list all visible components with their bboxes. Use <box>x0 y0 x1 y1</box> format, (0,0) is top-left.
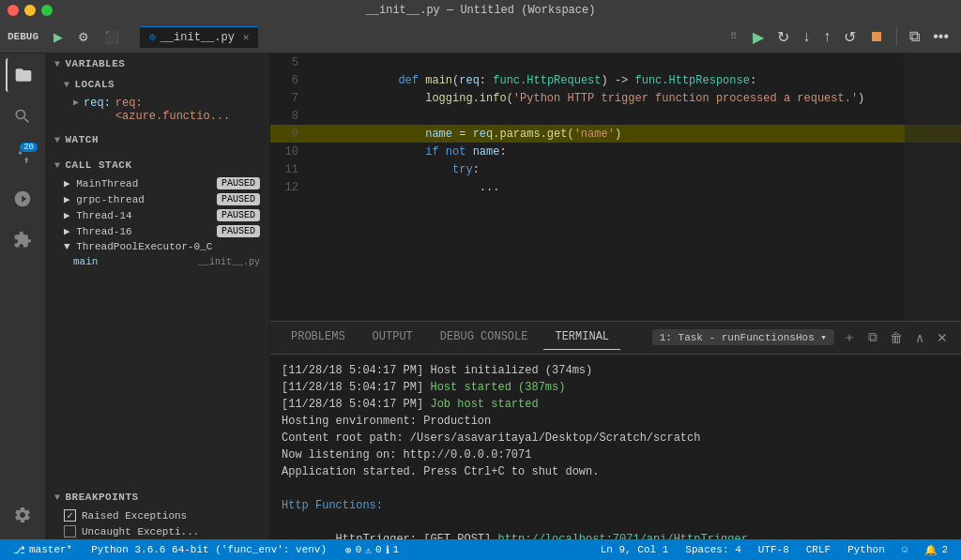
toolbar-separator <box>896 27 897 46</box>
terminal-line-5: Content root path: /Users/asavaritayal/D… <box>282 430 950 446</box>
python-interpreter[interactable]: Python 3.6.6 64-bit ('func_env': venv) <box>87 544 330 555</box>
stack-item-mainthread[interactable]: ▶ MainThread PAUSED <box>45 175 269 191</box>
source-control-badge: 20 <box>20 143 38 152</box>
panel-actions: 1: Task - runFunctionsHos ▾ ＋ ⧉ 🗑 ∧ ✕ <box>652 327 952 348</box>
search-icon[interactable] <box>6 99 39 133</box>
call-stack-header[interactable]: ▼ CALL STACK <box>45 155 269 175</box>
minimap <box>905 53 961 321</box>
terminal-line-3: [11/28/18 5:04:17 PM] Job host started <box>282 396 950 413</box>
traffic-lights <box>8 5 53 16</box>
language-label: Python <box>847 544 885 555</box>
activity-bottom <box>6 498 39 539</box>
title-bar: __init__.py — Untitled (Workspace) <box>0 0 961 21</box>
code-editor[interactable]: 5 6 def main(req: func.HttpRequest) -> f… <box>270 53 961 321</box>
close-panel-button[interactable]: ✕ <box>933 328 952 347</box>
settings-gear-icon[interactable] <box>6 498 39 532</box>
var-name: req: <box>84 97 111 123</box>
breakpoints-header[interactable]: ▼ BREAKPOINTS <box>45 487 269 507</box>
step-into-button[interactable]: ↓ <box>798 26 815 47</box>
terminal-line-1: [11/28/18 5:04:17 PM] Host initialized (… <box>282 362 950 379</box>
close-button[interactable] <box>8 5 19 16</box>
file-tab[interactable]: ⚙ __init__.py ✕ <box>140 26 258 48</box>
errors-label: 0 <box>356 544 362 555</box>
breakpoints-section: ▼ BREAKPOINTS ✓ Raised Exceptions Uncaug… <box>45 487 269 539</box>
req-variable[interactable]: ▶ req: req: <azure.functio... <box>45 95 269 125</box>
notification-icon: 🔔 <box>924 544 938 556</box>
locals-arrow: ▼ <box>64 80 70 90</box>
stack-item-main[interactable]: main __init__.py <box>45 254 269 269</box>
bp-uncaught-exceptions[interactable]: Uncaught Excepti... <box>45 523 269 539</box>
stack-item-thread16[interactable]: ▶ Thread-16 PAUSED <box>45 223 269 239</box>
call-stack-section: ▼ CALL STACK ▶ MainThread PAUSED ▶ grpc-… <box>45 155 269 482</box>
raised-exceptions-checkbox[interactable]: ✓ <box>64 509 76 522</box>
play-button[interactable]: ▶ <box>50 28 67 46</box>
file-icon: ⚙ <box>149 31 156 43</box>
variables-header[interactable]: ▼ VARIABLES <box>45 53 269 74</box>
uncaught-exceptions-checkbox[interactable] <box>64 525 76 537</box>
git-branch[interactable]: ⎇ master* <box>9 544 76 556</box>
language-mode[interactable]: Python <box>844 544 889 555</box>
tab-close-button[interactable]: ✕ <box>243 31 250 43</box>
extensions-icon[interactable] <box>6 223 39 257</box>
split-terminal-button[interactable]: ⧉ <box>864 327 881 347</box>
watch-section: ▼ WATCH <box>45 129 269 150</box>
continue-button[interactable]: ▶ <box>748 26 769 48</box>
tab-terminal[interactable]: TERMINAL <box>543 325 620 350</box>
terminal-selector[interactable]: 1: Task - runFunctionsHos ▾ <box>652 329 834 345</box>
cursor-position[interactable]: Ln 9, Col 1 <box>597 544 673 555</box>
split-editor-button[interactable]: ⧉ <box>905 26 924 47</box>
bp-raised-exceptions[interactable]: ✓ Raised Exceptions <box>45 507 269 523</box>
terminal-button[interactable]: ⬛ <box>100 28 123 46</box>
main-layout: 20 ▼ VARIABLES ▼ Locals ▶ req: req: <azu… <box>0 53 961 539</box>
source-control-icon[interactable]: 20 <box>6 141 39 174</box>
terminal-line-4: Hosting environment: Production <box>282 413 950 430</box>
settings-button[interactable]: ⚙ <box>74 28 93 46</box>
step-out-button[interactable]: ↑ <box>818 26 835 47</box>
panel-tabs: PROBLEMS OUTPUT DEBUG CONSOLE TERMINAL 1… <box>270 322 961 355</box>
terminal-line-6: Now listening on: http://0.0.0.0:7071 <box>282 446 950 463</box>
encoding[interactable]: UTF-8 <box>755 544 793 555</box>
notification-count: 2 <box>941 544 948 555</box>
terminal-line-http: Http Functions: <box>282 497 950 514</box>
terminal-output[interactable]: [11/28/18 5:04:17 PM] Host initialized (… <box>270 355 961 539</box>
code-line-12: 12 ... <box>270 178 961 196</box>
debug-icon[interactable] <box>6 182 39 216</box>
delete-terminal-button[interactable]: 🗑 <box>886 328 907 347</box>
maximize-button[interactable] <box>41 5 53 16</box>
explorer-icon[interactable] <box>6 58 39 92</box>
warnings-label: 0 <box>375 544 382 555</box>
more-actions-button[interactable]: ••• <box>928 26 953 47</box>
add-terminal-button[interactable]: ＋ <box>839 327 860 348</box>
tab-debug-console[interactable]: DEBUG CONSOLE <box>429 325 540 350</box>
branch-label: master* <box>29 544 72 555</box>
activity-bar: 20 <box>0 53 45 539</box>
tab-output[interactable]: OUTPUT <box>361 325 424 350</box>
terminal-line-httptrigger: HttpTrigger: [GET,POST] http://localhost… <box>282 531 950 539</box>
spaces-label: Spaces: 4 <box>685 544 740 555</box>
minimize-button[interactable] <box>24 5 36 16</box>
step-over-button[interactable]: ↻ <box>772 26 794 48</box>
collapse-panel-button[interactable]: ∧ <box>911 328 928 347</box>
sidebar: ▼ VARIABLES ▼ Locals ▶ req: req: <azure.… <box>45 53 270 539</box>
indentation[interactable]: Spaces: 4 <box>681 544 744 555</box>
restart-button[interactable]: ↺ <box>839 26 861 48</box>
feedback-button[interactable]: ☺ <box>898 544 912 555</box>
stop-button[interactable]: ⏹ <box>864 26 889 47</box>
line-ending[interactable]: CRLF <box>802 544 834 555</box>
paused-badge-4: PAUSED <box>217 225 260 237</box>
tab-problems[interactable]: PROBLEMS <box>280 325 357 350</box>
stack-item-thread14[interactable]: ▶ Thread-14 PAUSED <box>45 207 269 223</box>
window-title: __init__.py — Untitled (Workspace) <box>366 4 596 17</box>
encoding-label: UTF-8 <box>758 544 789 555</box>
branch-icon: ⎇ <box>13 544 25 556</box>
code-lines: 5 6 def main(req: func.HttpRequest) -> f… <box>270 53 961 196</box>
stack-item-grpc[interactable]: ▶ grpc-thread PAUSED <box>45 191 269 207</box>
stack-item-threadpool[interactable]: ▼ ThreadPoolExecutor-0_C <box>45 239 269 254</box>
locals-header[interactable]: ▼ Locals <box>45 74 269 95</box>
notifications[interactable]: 🔔 2 <box>921 544 952 556</box>
terminal-line-blank2 <box>282 514 950 531</box>
watch-header[interactable]: ▼ WATCH <box>45 129 269 150</box>
debug-label: DEBUG <box>8 31 38 42</box>
raised-exceptions-label: Raised Exceptions <box>82 510 187 522</box>
errors-count[interactable]: ⊗ 0 ⚠ 0 ℹ 1 <box>342 544 403 556</box>
